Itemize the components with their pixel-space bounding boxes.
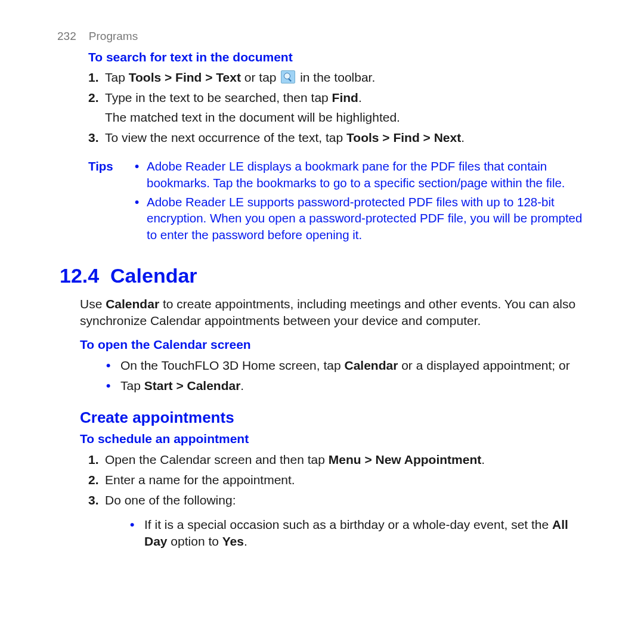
step-text: Tap bbox=[105, 70, 129, 84]
list-item: To view the next occurrence of the text,… bbox=[88, 128, 592, 148]
bullet-text: . bbox=[240, 379, 244, 392]
open-calendar-list: On the TouchFLO 3D Home screen, tap Cale… bbox=[106, 356, 592, 397]
subbullet-text: If it is a special occasion such as a bi… bbox=[144, 518, 552, 531]
tips-block: Tips Adobe Reader LE displays a bookmark… bbox=[88, 157, 592, 244]
subheading-open-calendar: To open the Calendar screen bbox=[80, 336, 592, 353]
document-page: 232 Programs To search for text in the d… bbox=[0, 0, 644, 644]
page-section-label: Programs bbox=[89, 30, 138, 42]
list-item: If it is a special occasion such as a bi… bbox=[130, 515, 592, 553]
page-header: 232 Programs bbox=[57, 29, 592, 44]
list-item: Tap Start > Calendar. bbox=[106, 376, 592, 397]
bullet-text: or a displayed appointment; or bbox=[398, 358, 569, 372]
step-command: Menu > New Appointment bbox=[329, 453, 481, 466]
schedule-sub-list: If it is a special occasion such as a bi… bbox=[130, 515, 592, 553]
step-text: Type in the text to be searched, then ta… bbox=[105, 91, 332, 104]
tips-label: Tips bbox=[88, 157, 135, 244]
subsection-create-appointments: Create appointments bbox=[80, 407, 592, 428]
bullet-text: On the TouchFLO 3D Home screen, tap bbox=[120, 358, 344, 372]
step-text: . bbox=[461, 131, 465, 144]
subheading-schedule-appointment: To schedule an appointment bbox=[80, 431, 592, 447]
step-text: or tap bbox=[241, 70, 280, 84]
bullet-command: Start > Calendar bbox=[144, 379, 241, 392]
step-command: Find bbox=[332, 91, 358, 104]
subbullet-term: Yes bbox=[222, 534, 244, 548]
step-text: Do one of the following: bbox=[105, 493, 236, 507]
list-item: Adobe Reader LE supports password-protec… bbox=[135, 193, 592, 244]
tip-text: Adobe Reader LE displays a bookmark pane… bbox=[147, 159, 565, 190]
step-note: The matched text in the document will be… bbox=[105, 107, 592, 126]
subbullet-text: option to bbox=[168, 534, 222, 548]
tips-list: Adobe Reader LE displays a bookmark pane… bbox=[135, 157, 592, 244]
step-text: . bbox=[481, 453, 485, 466]
step-text: . bbox=[358, 91, 362, 104]
page-number: 232 bbox=[57, 30, 76, 42]
section-heading-calendar: 12.4 Calendar bbox=[60, 262, 592, 290]
intro-text: Use bbox=[80, 297, 106, 311]
list-item: Type in the text to be searched, then ta… bbox=[88, 88, 592, 128]
intro-term: Calendar bbox=[106, 297, 159, 311]
bullet-term: Calendar bbox=[344, 358, 398, 372]
find-toolbar-icon bbox=[281, 70, 295, 83]
search-steps-list: Tap Tools > Find > Text or tap in the to… bbox=[88, 68, 592, 148]
subbullet-text: . bbox=[244, 534, 247, 548]
list-item: On the TouchFLO 3D Home screen, tap Cale… bbox=[106, 356, 592, 376]
tip-text: Adobe Reader LE supports password-protec… bbox=[147, 195, 582, 242]
subheading-search-text: To search for text in the document bbox=[88, 49, 592, 66]
bullet-text: Tap bbox=[120, 379, 144, 392]
step-text: in the toolbar. bbox=[296, 70, 375, 84]
list-item: Tap Tools > Find > Text or tap in the to… bbox=[88, 68, 592, 88]
step-text: Open the Calendar screen and then tap bbox=[105, 453, 329, 466]
step-command: Tools > Find > Text bbox=[129, 70, 241, 84]
list-item: Open the Calendar screen and then tap Me… bbox=[88, 450, 592, 470]
step-text: To view the next occurrence of the text,… bbox=[105, 131, 346, 144]
step-command: Tools > Find > Next bbox=[346, 131, 461, 144]
list-item: Enter a name for the appointment. bbox=[88, 470, 592, 491]
list-item: Adobe Reader LE displays a bookmark pane… bbox=[135, 157, 592, 192]
schedule-steps-list: Open the Calendar screen and then tap Me… bbox=[88, 450, 592, 512]
list-item: Do one of the following: bbox=[88, 491, 592, 511]
step-text: Enter a name for the appointment. bbox=[105, 473, 295, 487]
calendar-intro: Use Calendar to create appointments, inc… bbox=[80, 296, 592, 330]
